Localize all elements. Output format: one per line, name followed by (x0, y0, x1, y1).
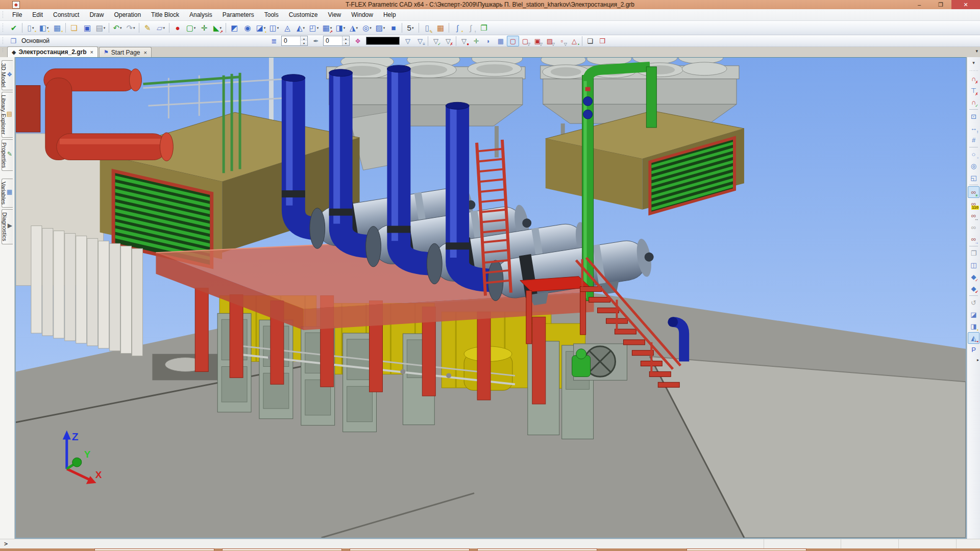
copy-view-image-icon[interactable]: ❐ (968, 247, 979, 259)
show-hidden-icon[interactable]: ∞ (968, 221, 979, 233)
finish-ok-icon[interactable]: ✔ (7, 21, 20, 34)
pin-disable-icon[interactable]: ⊤✗ (968, 85, 979, 96)
assembly-mode-icon[interactable]: ❒ (596, 36, 608, 46)
new-document-icon[interactable]: ▯*▾ (24, 21, 37, 34)
model-pages-icon[interactable]: ❐ (477, 21, 491, 34)
blend-icon[interactable]: ◭▾ (294, 21, 307, 34)
split-view-icon[interactable]: ◫ (968, 259, 979, 271)
toolbar-grip[interactable] (2, 11, 4, 18)
toolbar-grip[interactable] (2, 23, 4, 33)
dropdown-arrow-icon[interactable]: ▾ (412, 26, 414, 30)
solid-body-icon[interactable]: ■ (387, 21, 400, 34)
zoom-page-icon[interactable]: ○▫ (968, 148, 979, 160)
shaded-mode-icon[interactable]: ◨▪ (968, 320, 979, 332)
3d-profile-icon[interactable]: ▢▾ (184, 21, 198, 34)
pages-icon[interactable]: ❐ (7, 36, 19, 46)
copy-3d-icon[interactable]: ◰▾ (307, 21, 321, 34)
boolean-union-icon[interactable]: ◪▪▾ (254, 21, 267, 34)
sidebar-tab-library-explorer[interactable]: ▤Library Explorer (2, 92, 13, 138)
zoom-all-pages-icon[interactable]: ◎ (968, 160, 979, 172)
open-document-icon[interactable]: ❏ (67, 21, 81, 34)
perspective-mode-icon[interactable]: ◭⇢ (968, 332, 979, 344)
hide-selected-icon[interactable]: ∞✳ (968, 186, 979, 198)
body-mode-icon[interactable]: ❏ (584, 36, 596, 46)
parameters-window-icon[interactable]: P (968, 344, 979, 356)
filter-node-icon[interactable]: ▽● (458, 36, 470, 46)
extrusion-icon[interactable]: ◩ (228, 21, 241, 34)
menu-title-block[interactable]: Title Block (146, 10, 184, 20)
calculator-icon[interactable]: ▦ (434, 21, 447, 34)
menu-parameters[interactable]: Parameters (217, 10, 259, 20)
dropdown-arrow-icon[interactable]: ▾ (317, 26, 319, 30)
workplane-3d-icon[interactable]: ◣↗▾ (211, 21, 224, 34)
layer-spinner[interactable]: 0 ▴▾ (281, 36, 308, 46)
tabbar-grip[interactable] (2, 48, 4, 53)
collapse-toolbar-button[interactable]: ▸ (977, 358, 979, 362)
check-all-solids-icon[interactable]: ◆✔ (968, 283, 979, 294)
check-document-icon[interactable]: ▯✎ (421, 21, 434, 34)
wireframe-mode-icon[interactable]: ◪ (968, 309, 979, 320)
hide-small-icon[interactable]: ∞110 (968, 198, 979, 210)
extract-attachment-icon[interactable]: ∫↑ (464, 21, 477, 34)
filter-lcs-icon[interactable]: ✛ (470, 36, 482, 46)
color-palette-icon[interactable]: ❖ (352, 36, 364, 46)
array-3d-icon[interactable]: ▦↗▾ (321, 21, 334, 34)
tab-list-dropdown-icon[interactable]: ▾ (975, 48, 978, 54)
3d-viewport-scene[interactable]: Z Y X (16, 58, 966, 538)
app-icon[interactable]: ◆ (12, 1, 20, 9)
filter-vertex-icon[interactable]: ▫▽ (556, 36, 568, 46)
toolbar-grip[interactable] (2, 37, 4, 44)
sidebar-tab-diagnostics[interactable]: ▶Diagnostics (2, 209, 13, 244)
undo-icon[interactable]: ↶▾ (111, 21, 124, 34)
minimize-button[interactable]: – (909, 0, 930, 9)
tab-close-icon[interactable]: × (144, 49, 147, 56)
filter-edge-icon[interactable]: ▨▽ (544, 36, 556, 46)
filter-annotation-icon[interactable]: △▪ (568, 36, 580, 46)
element-filter-list-icon[interactable]: ▽≡ (414, 36, 426, 46)
dropdown-arrow-icon[interactable]: ▾ (104, 26, 106, 30)
new-3d-model-icon[interactable]: ◧*▾ (37, 21, 51, 34)
sketch-icon[interactable]: ✎ (141, 21, 154, 34)
menu-file[interactable]: File (7, 10, 27, 20)
hide-distant-icon[interactable]: ∞↔ (968, 210, 979, 221)
menu-window[interactable]: Window (346, 10, 378, 20)
dropdown-arrow-icon[interactable]: ▾ (32, 26, 34, 30)
coordinate-system-icon[interactable]: ✛ (198, 21, 211, 34)
sidebar-tab-variables[interactable]: ▦Variables (2, 179, 13, 208)
rotation-icon[interactable]: ◉ (241, 21, 254, 34)
menu-tools[interactable]: Tools (259, 10, 284, 20)
restore-button[interactable]: ❐ (930, 0, 951, 9)
filter-workplane-icon[interactable]: ◗ (482, 36, 495, 46)
rib-icon[interactable]: ▨▾ (374, 21, 387, 34)
menu-view[interactable]: View (323, 10, 346, 20)
sweep-icon[interactable]: ◮▾ (347, 21, 360, 34)
dropdown-arrow-icon[interactable]: ▾ (194, 26, 196, 30)
layers-icon[interactable]: ≣ (268, 36, 280, 46)
line-color-swatch[interactable] (366, 37, 400, 45)
menu-help[interactable]: Help (378, 10, 401, 20)
view-toolbar-options-icon[interactable]: ▾ (968, 57, 979, 69)
document-tab-start-page[interactable]: ⚑Start Page× (99, 47, 152, 57)
sidebar-tab-properties[interactable]: ✎Properties (2, 139, 13, 171)
dropdown-arrow-icon[interactable]: ▾ (133, 26, 135, 30)
title-bar[interactable]: ◆ T-FLEX Parametric CAD x64 - C:\Эксперт… (0, 0, 980, 9)
filter-profile-icon[interactable]: ▢ (507, 36, 519, 46)
attach-file-icon[interactable]: ∫* (451, 21, 464, 34)
document-tab-электростанция-2-grb[interactable]: ◆Электростанция_2.grb× (7, 46, 98, 57)
workplane-icon[interactable]: ▱▾ (154, 21, 167, 34)
element-filter-icon[interactable]: ▽ (402, 36, 414, 46)
command-prompt[interactable]: > (0, 540, 8, 547)
menu-draw[interactable]: Draw (84, 10, 109, 20)
dropdown-arrow-icon[interactable]: ▾ (303, 26, 305, 30)
menu-edit[interactable]: Edit (27, 10, 48, 20)
modify-face-icon[interactable]: ◨▾ (334, 21, 347, 34)
redo-icon[interactable]: ↷▾ (124, 21, 137, 34)
rotate-view-icon[interactable]: ↺ (968, 297, 979, 309)
dropdown-arrow-icon[interactable]: ▾ (277, 26, 279, 30)
3d-node-icon[interactable]: ● (171, 21, 184, 34)
dropdown-arrow-icon[interactable]: ▾ (163, 26, 165, 30)
3d-viewport[interactable]: Z Y X (15, 57, 967, 539)
dropdown-arrow-icon[interactable]: ▾ (120, 26, 122, 30)
dropdown-arrow-icon[interactable]: ▾ (383, 26, 385, 30)
boolean-subtract-icon[interactable]: ◫▾ (267, 21, 281, 34)
